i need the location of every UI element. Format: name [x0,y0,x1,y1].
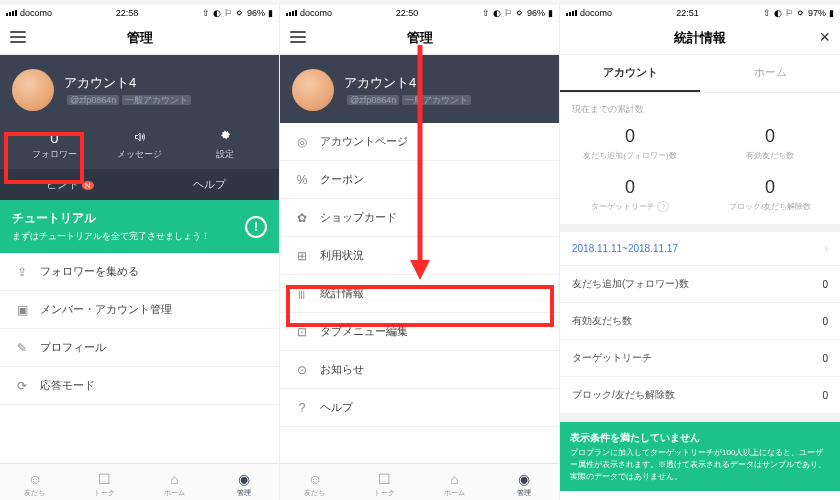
tutorial-banner[interactable]: チュートリアルまずはチュートリアルを全て完了させましょう！ ! [0,200,279,253]
avatar[interactable] [292,69,334,111]
tab-home[interactable]: ⌂ホーム [420,464,490,500]
messages-stat[interactable]: メッセージ [97,123,182,169]
page-title: 統計情報 [674,29,726,47]
avatar[interactable] [12,69,54,111]
tab-talk[interactable]: ☐トーク [350,464,420,500]
tab-admin[interactable]: ◉管理 [489,464,559,500]
date-range-row[interactable]: 2018.11.11~2018.11.17› [560,232,840,266]
close-icon[interactable]: × [819,27,830,48]
status-bar: docomo 22:51 ⇧◐⚐⭘97%▮ [560,5,840,21]
menu-item[interactable]: ?ヘルプ [280,389,559,427]
help-button[interactable]: ヘルプ [140,169,280,200]
svg-marker-2 [410,260,430,280]
tab-friends[interactable]: ☺友だち [0,464,70,500]
phone-3: docomo 22:51 ⇧◐⚐⭘97%▮ 統計情報 × アカウント ホーム 現… [560,5,840,500]
stat-card: 0ターゲットリーチ ? [560,177,700,212]
tab-admin[interactable]: ◉管理 [209,464,279,500]
section-label: 現在までの累計数 [560,93,840,122]
phone-2: docomo 22:50 ⇧◐⚐⭘96%▮ 管理 アカウント4 @zfp0864… [280,5,560,500]
stat-row: 友だち追加(フォロワー)数0 [560,266,840,303]
settings-stat[interactable]: 設定 [182,123,267,169]
menu-icon[interactable] [10,31,26,43]
menu-item[interactable]: ⇪フォロワーを集める [0,253,279,291]
stat-tabs: アカウント ホーム [560,55,840,93]
stat-row: ブロック/友だち解除数0 [560,377,840,414]
tab-account[interactable]: アカウント [560,55,700,92]
page-title: 管理 [407,29,433,47]
menu-item[interactable]: ✎プロフィール [0,329,279,367]
header: 管理 [0,21,279,55]
tab-home-stat[interactable]: ホーム [700,55,840,92]
tab-bar: ☺友だち ☐トーク ⌂ホーム ◉管理 [0,463,279,500]
menu-item[interactable]: ▣メンバー・アカウント管理 [0,291,279,329]
stat-row: 有効友だち数0 [560,303,840,340]
stat-card: 0友だち追加(フォロワー)数 [560,126,700,161]
header: 統計情報 × [560,21,840,55]
tab-talk[interactable]: ☐トーク [70,464,140,500]
stat-card: 0ブロック/友だち解除数 [700,177,840,212]
status-bar: docomo 22:50 ⇧◐⚐⭘96%▮ [280,5,559,21]
tab-friends[interactable]: ☺友だち [280,464,350,500]
status-bar: docomo 22:58 ⇧◐⚐⭘96%▮ [0,5,279,21]
stat-row: ターゲットリーチ0 [560,340,840,377]
account-name: アカウント4 [64,74,191,92]
phone-1: docomo 22:58 ⇧◐⚐⭘96%▮ 管理 アカウント4 @zfp0864… [0,5,280,500]
arrow-icon [407,45,433,285]
menu-item[interactable]: ⊡タブメニュー編集 [280,313,559,351]
tab-bar: ☺友だち ☐トーク ⌂ホーム ◉管理 [280,463,559,500]
hint-button[interactable]: ヒントN [0,169,140,200]
tab-home[interactable]: ⌂ホーム [140,464,210,500]
page-title: 管理 [127,29,153,47]
menu-list: ⇪フォロワーを集める ▣メンバー・アカウント管理 ✎プロフィール ⟳応答モード [0,253,279,463]
warning-banner: 表示条件を満たしていません プロプランに加入してターゲットリーチが100人以上に… [560,422,840,491]
stat-card: 0有効友だち数 [700,126,840,161]
info-icon: ! [245,216,267,238]
menu-item[interactable]: ⟳応答モード [0,367,279,405]
followers-stat[interactable]: 0フォロワー [12,123,97,169]
menu-item[interactable]: ⊙お知らせ [280,351,559,389]
hero: アカウント4 @zfp0864n一般アカウント 0フォロワー メッセージ 設定 [0,55,279,169]
hint-help-row: ヒントN ヘルプ [0,169,279,200]
menu-icon[interactable] [290,31,306,43]
